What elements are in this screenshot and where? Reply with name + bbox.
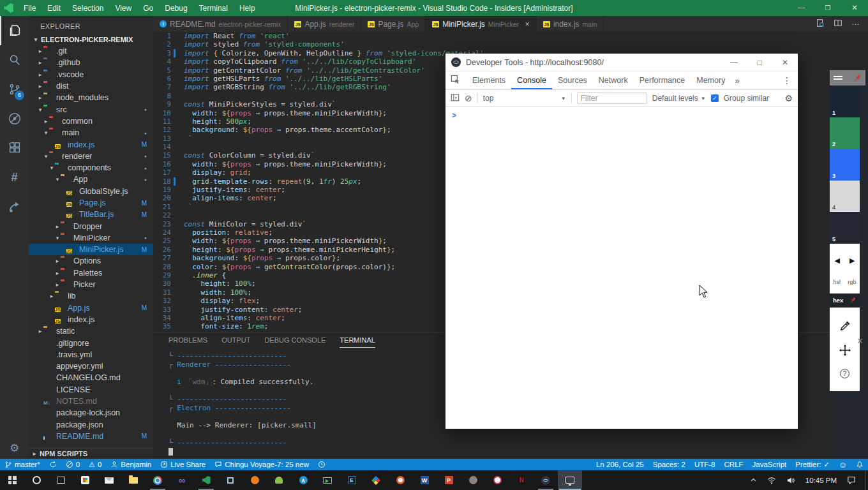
liveshare-hash-icon[interactable]: #	[0, 163, 29, 192]
tree-item-package.json[interactable]: package.json	[29, 419, 153, 431]
tree-item-notes.md[interactable]: M↓NOTES.md	[29, 396, 153, 407]
status-item-crlf[interactable]: CRLF	[720, 459, 748, 470]
devtools-tab-network[interactable]: Network	[593, 72, 634, 89]
menu-terminal[interactable]: Terminal	[194, 2, 233, 15]
tree-item-changelog.md[interactable]: CHANGELOG.md	[29, 372, 153, 383]
devtools-tab-memory[interactable]: Memory	[691, 72, 731, 89]
tree-item-components[interactable]: ▾components●	[29, 162, 153, 174]
tree-item-main[interactable]: ▾main●	[29, 127, 153, 138]
tray-expand-icon[interactable]	[745, 477, 762, 484]
more-tabs-icon[interactable]: »	[731, 76, 743, 85]
tab-page.js[interactable]: JSPage.jsApp	[361, 16, 426, 32]
picker-titlebar[interactable]	[830, 70, 865, 85]
terminal-app-icon[interactable]: E	[340, 470, 364, 490]
split-editor-icon[interactable]	[834, 19, 842, 29]
powerpoint-icon[interactable]: P	[437, 470, 461, 490]
orange-app-icon[interactable]	[243, 470, 267, 490]
status-item[interactable]	[45, 459, 61, 470]
chrome-icon[interactable]	[146, 470, 170, 490]
panel-tab-terminal[interactable]: TERMINAL	[340, 336, 375, 348]
tree-item-minipicker[interactable]: ▾MiniPicker●	[29, 232, 153, 244]
blue-app-icon[interactable]: ∧	[291, 470, 315, 490]
tree-item-app.js[interactable]: JSApp.jsM	[29, 302, 153, 314]
pin-icon[interactable]	[849, 297, 857, 304]
panel-tab-output[interactable]: OUTPUT	[221, 336, 250, 348]
debug-icon[interactable]	[0, 104, 29, 133]
gitlens-icon[interactable]	[0, 192, 29, 221]
color-swatch-3[interactable]: 3	[830, 149, 860, 181]
tree-item-.github[interactable]: ▸.github	[29, 57, 153, 68]
tree-item-globalstyle.js[interactable]: JSGlobalStyle.js	[29, 186, 153, 197]
tree-item-.travis.yml[interactable]: .travis.yml	[29, 349, 153, 360]
console-filter-input[interactable]	[577, 93, 647, 104]
menu-go[interactable]: Go	[138, 2, 158, 15]
close-icon[interactable]: ✕	[841, 0, 868, 16]
console-prompt[interactable]: >	[452, 111, 456, 120]
file-explorer-icon[interactable]	[121, 470, 146, 490]
status-item-spaces-2[interactable]: Spaces: 2	[648, 459, 690, 470]
menu-view[interactable]: View	[110, 2, 137, 15]
settings-gear-icon[interactable]: ⚙	[0, 442, 29, 455]
cortana-icon[interactable]	[24, 470, 49, 490]
pin-icon[interactable]	[853, 74, 862, 82]
android-icon[interactable]	[267, 470, 291, 490]
tree-item-common[interactable]: ▸common	[29, 115, 153, 127]
tree-item-appveyor.yml[interactable]: appveyor.yml	[29, 360, 153, 372]
paint-app-icon[interactable]	[485, 470, 509, 490]
tab-minipicker.js[interactable]: JSMiniPicker.jsMiniPicker×	[426, 16, 537, 32]
tree-item-palettes[interactable]: ▸Palettes	[29, 267, 153, 279]
console-output[interactable]: >	[445, 107, 798, 429]
menu-help[interactable]: Help	[234, 2, 260, 15]
tree-root[interactable]: ▾ ELECTRON-PICKER-REMIX	[29, 34, 153, 45]
word-icon[interactable]: W	[412, 470, 437, 490]
c-app-icon[interactable]	[388, 470, 412, 490]
wifi-icon[interactable]	[762, 477, 781, 484]
tree-item-readme.md[interactable]: iREADME.mdM	[29, 431, 153, 442]
hsl-button[interactable]: hsl	[834, 279, 841, 285]
source-control-icon[interactable]: 6	[0, 75, 29, 104]
hex-row[interactable]: hex	[830, 293, 860, 308]
tree-item-index.js[interactable]: JSindex.jsM	[29, 138, 153, 150]
console-settings-icon[interactable]: ⚙	[784, 93, 793, 103]
color-swatch-1[interactable]: 1	[830, 85, 860, 117]
tree-item-minipicker.js[interactable]: JSMiniPicker.jsM	[29, 244, 153, 255]
status-item-0[interactable]: 0	[61, 459, 84, 470]
start-icon[interactable]	[0, 470, 24, 490]
status-item-utf-8[interactable]: UTF-8	[690, 459, 720, 470]
status-item[interactable]	[313, 459, 330, 470]
close-icon[interactable]: ✕	[772, 54, 798, 71]
tree-item-.vscode[interactable]: ▸.vscode	[29, 69, 153, 80]
screen-share-icon[interactable]	[315, 470, 340, 490]
status-item-benjamin[interactable]: Benjamin	[106, 459, 156, 470]
color-swatch-2[interactable]: 2	[830, 117, 860, 149]
context-selector[interactable]: top ▼	[483, 94, 566, 103]
inspect-element-icon[interactable]	[451, 75, 460, 86]
tree-item-src[interactable]: ▾src●	[29, 103, 153, 115]
gimp-icon[interactable]	[461, 470, 485, 490]
microsoft-store-icon[interactable]	[73, 470, 97, 490]
clear-console-icon[interactable]: ⊘	[465, 93, 472, 103]
devtools-menu-icon[interactable]: ⋮	[782, 75, 798, 85]
3d-viewer-icon[interactable]	[218, 470, 243, 490]
tree-item-page.js[interactable]: JSPage.jsM	[29, 197, 153, 209]
hex-button[interactable]: hex	[833, 297, 843, 304]
menu-debug[interactable]: Debug	[160, 2, 192, 15]
picker-window-icon[interactable]	[558, 470, 582, 490]
tree-item-license[interactable]: LICENSE	[29, 384, 153, 396]
netflix-icon[interactable]: N	[509, 470, 534, 490]
tab-readme.md[interactable]: iREADME.mdelectron-picker-remix	[153, 16, 288, 32]
search-icon[interactable]	[0, 45, 29, 75]
menu-file[interactable]: File	[19, 2, 41, 15]
clock[interactable]: 10:45 PM	[800, 477, 842, 484]
status-item-live-share[interactable]: Live Share	[156, 459, 210, 470]
tab-index.js[interactable]: JSindex.jsmain	[537, 16, 604, 32]
help-icon[interactable]: ?	[840, 369, 849, 378]
explorer-icon[interactable]	[0, 16, 29, 45]
tree-item-.gitignore[interactable]: .gitignore	[29, 337, 153, 348]
tree-item-lib[interactable]: ▸lib	[29, 290, 153, 302]
extensions-icon[interactable]	[0, 133, 29, 163]
npm-scripts-section[interactable]: ▸ NPM SCRIPTS	[29, 448, 153, 459]
more-actions-icon[interactable]: ⋯	[851, 20, 859, 29]
rgb-button[interactable]: rgb	[848, 279, 856, 285]
maximize-icon[interactable]: □	[747, 54, 772, 71]
